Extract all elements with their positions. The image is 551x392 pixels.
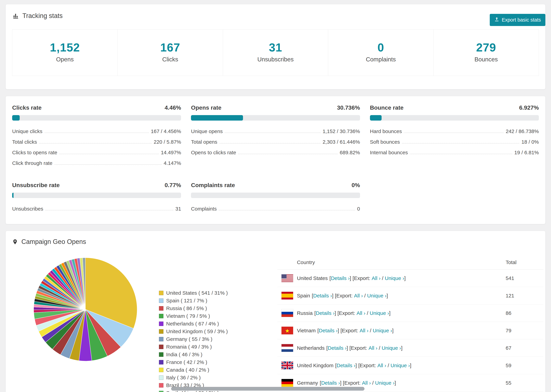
detail-row: Soft bounces18 / 0% xyxy=(370,139,539,145)
column-header-country: Country xyxy=(277,255,506,270)
ru-flag-icon xyxy=(282,309,293,317)
progress-bar-fill xyxy=(191,115,243,121)
export-all-link[interactable]: All › xyxy=(369,345,377,351)
detail-value: 0 xyxy=(357,206,360,212)
tracking-stats-header: Tracking stats xyxy=(12,12,539,20)
tracking-stats-card: Tracking stats Export basic stats 1,152O… xyxy=(6,4,545,90)
export-unique-link[interactable]: Unique › xyxy=(373,328,392,334)
detail-row: Hard bounces242 / 86.738% xyxy=(370,128,539,134)
legend-label: India ( 46 / 3% ) xyxy=(166,352,202,357)
table-header-row: Country Total xyxy=(277,255,543,270)
stat-label: Clicks xyxy=(118,56,223,63)
country-links: [Details ›] [Export: All › / Unique ›] xyxy=(318,327,394,333)
nl-flag-icon xyxy=(282,344,293,352)
stat-box-opens: 1,152Opens xyxy=(12,30,117,76)
legend-label: Vietnam ( 79 / 5% ) xyxy=(166,313,210,319)
legend-item: France ( 42 / 2% ) xyxy=(159,359,228,365)
country-name: Vietnam xyxy=(297,328,316,333)
table-row-us: United States[Details ›] [Export: All › … xyxy=(277,270,543,287)
legend-label: Italy ( 36 / 2% ) xyxy=(166,375,201,380)
details-link[interactable]: Details › xyxy=(319,328,338,334)
export-unique-link[interactable]: Unique › xyxy=(367,293,386,299)
vn-flag-icon xyxy=(282,327,293,334)
stat-value: 0 xyxy=(328,42,433,53)
rate-title: Unsubscribe rate xyxy=(12,182,60,189)
stat-value: 1,152 xyxy=(12,42,117,53)
table-row-vn: Vietnam[Details ›] [Export: All › / Uniq… xyxy=(277,322,543,339)
detail-label: Soft bounces xyxy=(370,139,400,145)
detail-label: Total clicks xyxy=(12,139,37,145)
legend-item: Russia ( 86 / 5% ) xyxy=(159,306,228,311)
country-total: 121 xyxy=(506,287,543,304)
dotted-leader xyxy=(44,133,149,133)
rate-head: Clicks rate4.46% xyxy=(12,104,181,111)
export-all-link[interactable]: All › xyxy=(354,293,363,299)
details-link[interactable]: Details › xyxy=(331,275,350,281)
us-flag-icon xyxy=(282,274,293,282)
details-link[interactable]: Details › xyxy=(328,345,346,351)
export-unique-link[interactable]: Unique › xyxy=(375,380,395,386)
country-links: [Details ›] [Export: All › / Unique ›] xyxy=(329,275,406,281)
detail-label: Hard bounces xyxy=(370,128,402,134)
detail-value: 167 / 4.456% xyxy=(151,128,181,134)
export-all-link[interactable]: All › xyxy=(362,380,371,386)
details-link[interactable]: Details › xyxy=(316,310,335,316)
legend-item: Canada ( 40 / 2% ) xyxy=(159,367,228,372)
details-link[interactable]: Details › xyxy=(337,363,355,368)
rate-title: Bounce rate xyxy=(370,104,404,111)
legend-swatch xyxy=(159,352,163,357)
detail-label: Unsubscribes xyxy=(12,206,43,212)
export-all-link[interactable]: All › xyxy=(377,363,386,368)
legend-item: India ( 46 / 3% ) xyxy=(159,352,228,357)
country-links: [Details ›] [Export: All › / Unique ›] xyxy=(314,310,390,315)
export-unique-link[interactable]: Unique › xyxy=(370,310,389,316)
table-row-gb: United Kingdom[Details ›] [Export: All ›… xyxy=(277,357,543,374)
stat-box-clicks: 167Clicks xyxy=(117,30,223,76)
rate-percent: 4.46% xyxy=(165,104,181,111)
legend-swatch xyxy=(159,391,163,392)
dotted-leader xyxy=(219,210,355,210)
rate-head: Opens rate30.736% xyxy=(191,104,360,111)
progress-bar xyxy=(191,193,360,198)
bar-chart-icon xyxy=(12,13,19,19)
export-unique-link[interactable]: Unique › xyxy=(385,275,404,281)
country-name: Spain xyxy=(297,293,310,298)
stat-box-bounces: 279Bounces xyxy=(433,30,539,76)
legend-swatch xyxy=(159,298,163,303)
table-row-es: Spain[Details ›] [Export: All › / Unique… xyxy=(277,287,543,304)
export-all-link[interactable]: All › xyxy=(372,275,381,281)
geo-content: United States ( 541 / 31% )Spain ( 121 /… xyxy=(12,255,543,392)
rate-percent: 30.736% xyxy=(337,104,360,111)
detail-row: Clicks to opens rate14.497% xyxy=(12,150,181,155)
export-all-link[interactable]: All › xyxy=(357,310,366,316)
export-unique-link[interactable]: Unique › xyxy=(390,363,410,368)
stat-value: 279 xyxy=(434,42,539,53)
rate-panel-complaints-rate: Complaints rate0%Complaints0 xyxy=(191,182,360,212)
detail-label: Internal bounces xyxy=(370,150,408,155)
details-link[interactable]: Details › xyxy=(313,293,332,299)
progress-bar-fill xyxy=(370,115,381,121)
legend-item: Netherlands ( 67 / 4% ) xyxy=(159,321,228,326)
stat-label: Complaints xyxy=(328,56,433,63)
rate-percent: 0.77% xyxy=(165,182,181,189)
stat-box-unsubscribes: 31Unsubscribes xyxy=(223,30,328,76)
export-unique-link[interactable]: Unique › xyxy=(381,345,401,351)
progress-bar xyxy=(370,115,539,121)
export-basic-stats-button[interactable]: Export basic stats xyxy=(490,14,545,26)
gb-flag-icon xyxy=(282,362,293,369)
rate-percent: 0% xyxy=(352,182,360,189)
country-links: [Details ›] [Export: All › / Unique ›] xyxy=(326,345,403,350)
es-flag-icon xyxy=(282,292,293,300)
export-all-link[interactable]: All › xyxy=(360,328,368,334)
detail-value: 4.147% xyxy=(164,160,181,166)
detail-row: Complaints0 xyxy=(191,206,360,212)
legend-swatch xyxy=(159,329,163,334)
country-name: Russia xyxy=(297,310,313,316)
detail-value: 1,152 / 30.736% xyxy=(323,128,360,134)
legend-label: France ( 42 / 2% ) xyxy=(166,359,207,365)
details-link[interactable]: Details › xyxy=(321,380,340,386)
country-links: [Details ›] [Export: All › / Unique ›] xyxy=(335,362,411,368)
dotted-leader xyxy=(45,210,173,210)
horizontal-scrollbar-thumb[interactable] xyxy=(171,387,365,391)
detail-row: Unique clicks167 / 4.456% xyxy=(12,128,181,134)
